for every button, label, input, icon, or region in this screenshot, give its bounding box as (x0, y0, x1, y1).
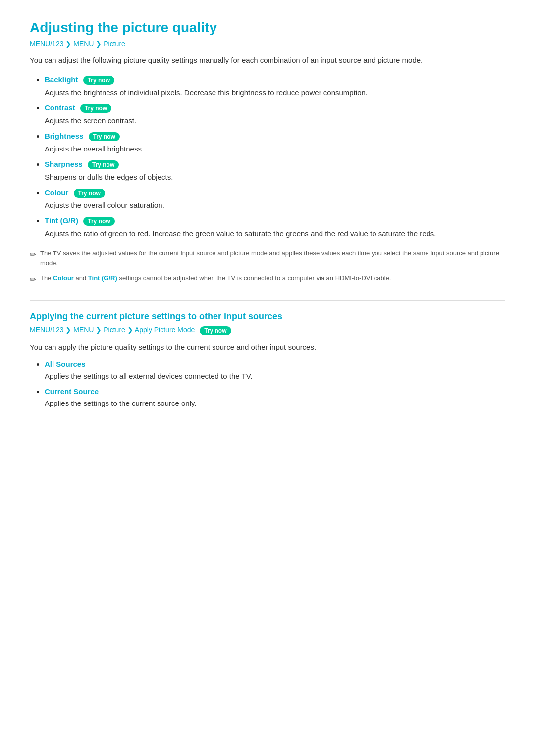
breadcrumb-part-1[interactable]: MENU/123 (30, 40, 63, 48)
note-2-text: The Colour and Tint (G/R) settings canno… (40, 273, 391, 283)
breadcrumb: MENU/123 ❯ MENU ❯ Picture (30, 40, 505, 48)
note-1: ✏ The TV saves the adjusted values for t… (30, 249, 505, 268)
section2-breadcrumb: MENU/123 ❯ MENU ❯ Picture ❯ Apply Pictur… (30, 326, 505, 335)
list-item-tint: Tint (G/R) Try now Adjusts the ratio of … (45, 216, 505, 240)
backlight-label: Backlight (45, 75, 78, 84)
all-sources-label: All Sources (45, 360, 86, 368)
list-item-all-sources: All Sources Applies the settings to all … (45, 360, 505, 382)
contrast-try-now[interactable]: Try now (80, 104, 111, 113)
breadcrumb-sep-2: ❯ (96, 40, 104, 48)
list-item-colour: Colour Try now Adjusts the overall colou… (45, 188, 505, 211)
sharpness-desc: Sharpens or dulls the edges of objects. (45, 171, 505, 183)
colour-label: Colour (45, 188, 68, 197)
section2-bc-part-1[interactable]: MENU/123 (30, 326, 63, 334)
tint-desc: Adjusts the ratio of green to red. Incre… (45, 228, 505, 240)
note-icon-1: ✏ (30, 249, 36, 261)
section2-bc-part-3[interactable]: Picture (104, 326, 125, 334)
list-item-brightness: Brightness Try now Adjusts the overall b… (45, 132, 505, 155)
colour-desc: Adjusts the overall colour saturation. (45, 200, 505, 211)
page-title: Adjusting the picture quality (30, 20, 505, 36)
current-source-label: Current Source (45, 387, 99, 396)
breadcrumb-part-2[interactable]: MENU (73, 40, 94, 48)
sharpness-label: Sharpness (45, 160, 83, 168)
section2-intro: You can apply the picture quality settin… (30, 341, 505, 353)
brightness-label: Brightness (45, 132, 83, 140)
sharpness-try-now[interactable]: Try now (88, 160, 119, 169)
brightness-try-now[interactable]: Try now (89, 132, 120, 141)
note-1-text: The TV saves the adjusted values for the… (40, 249, 505, 268)
section2-items-list: All Sources Applies the settings to all … (30, 360, 505, 409)
tint-try-now[interactable]: Try now (83, 217, 114, 226)
section2-bc-sep-3: ❯ (127, 326, 135, 334)
section2-bc-part-2[interactable]: MENU (73, 326, 94, 334)
note2-colour-highlight: Colour (53, 274, 74, 282)
note-icon-2: ✏ (30, 274, 36, 286)
contrast-label: Contrast (45, 103, 75, 112)
section2-try-now[interactable]: Try now (200, 326, 231, 335)
intro-text: You can adjust the following picture qua… (30, 54, 505, 66)
section2-bc-part-4[interactable]: Apply Picture Mode (135, 326, 195, 334)
backlight-try-now[interactable]: Try now (83, 76, 114, 85)
current-source-desc: Applies the settings to the current sour… (45, 398, 505, 409)
contrast-desc: Adjusts the screen contrast. (45, 115, 505, 127)
list-item-backlight: Backlight Try now Adjusts the brightness… (45, 75, 505, 99)
brightness-desc: Adjusts the overall brightness. (45, 143, 505, 155)
backlight-desc: Adjusts the brightness of individual pix… (45, 87, 505, 99)
all-sources-desc: Applies the settings to all external dev… (45, 370, 505, 382)
note2-tint-highlight: Tint (G/R) (88, 274, 117, 282)
section2-title: Applying the current picture settings to… (30, 311, 505, 322)
section2-bc-sep-2: ❯ (96, 326, 104, 334)
picture-items-list: Backlight Try now Adjusts the brightness… (30, 75, 505, 240)
colour-try-now[interactable]: Try now (74, 189, 105, 198)
section2-bc-sep-1: ❯ (65, 326, 73, 334)
breadcrumb-sep-1: ❯ (65, 40, 73, 48)
breadcrumb-part-3[interactable]: Picture (104, 40, 125, 48)
tint-label: Tint (G/R) (45, 216, 78, 225)
note-2: ✏ The Colour and Tint (G/R) settings can… (30, 273, 505, 286)
list-item-sharpness: Sharpness Try now Sharpens or dulls the … (45, 160, 505, 183)
section-divider (30, 300, 505, 301)
list-item-current-source: Current Source Applies the settings to t… (45, 387, 505, 409)
list-item-contrast: Contrast Try now Adjusts the screen cont… (45, 103, 505, 127)
